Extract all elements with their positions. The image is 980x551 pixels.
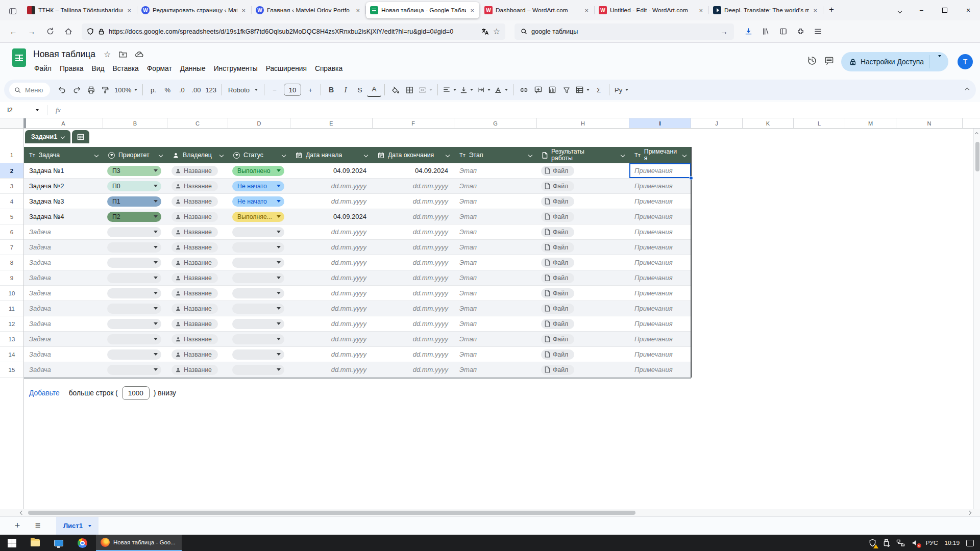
end-date-cell[interactable]: dd.mm.yyyy <box>373 286 454 300</box>
owner-cell[interactable]: Название <box>167 194 228 209</box>
owner-chip[interactable]: Название <box>172 166 218 176</box>
file-chip[interactable]: Файл <box>541 166 574 176</box>
task-cell[interactable]: Задача №1 <box>24 163 103 178</box>
tab-close-icon[interactable]: × <box>583 7 590 14</box>
file-explorer-button[interactable] <box>23 535 47 551</box>
table-column-header[interactable]: Результаты работы <box>537 147 629 163</box>
status-chip[interactable] <box>232 273 284 283</box>
insert-comment-button[interactable] <box>531 83 545 97</box>
column-header-J[interactable]: J <box>691 118 743 128</box>
column-header-D[interactable]: D <box>228 118 290 128</box>
row-number-10[interactable]: 10 <box>0 286 23 301</box>
browser-tab[interactable]: Новая таблица - Google Табли × <box>366 2 479 18</box>
notes-cell[interactable]: Примечания <box>629 362 691 377</box>
priority-cell[interactable] <box>103 270 167 285</box>
notes-cell[interactable]: Примечания <box>629 163 691 178</box>
start-date-cell[interactable]: dd.mm.yyyy <box>290 240 373 255</box>
notes-cell[interactable]: Примечания <box>629 194 691 209</box>
more-formats-button[interactable]: 123 <box>203 83 218 97</box>
owner-chip[interactable]: Название <box>172 242 218 253</box>
stage-cell[interactable]: Этап <box>454 179 537 193</box>
window-close-button[interactable]: × <box>957 6 980 14</box>
row-number-2[interactable]: 2 <box>0 163 23 179</box>
undo-button[interactable] <box>55 83 69 97</box>
browser-tab[interactable]: ТТНК – Tallinna Tööstusharidusk × <box>23 2 136 18</box>
file-chip[interactable]: Файл <box>541 288 574 298</box>
increase-decimal-button[interactable]: .00 <box>189 83 203 97</box>
owner-chip[interactable]: Название <box>172 365 218 375</box>
reload-button[interactable] <box>42 24 58 39</box>
row-number-11[interactable]: 11 <box>0 301 23 316</box>
text-rotation-button[interactable] <box>493 83 510 97</box>
notes-cell[interactable]: Примечания <box>629 255 691 270</box>
file-chip[interactable]: Файл <box>541 242 574 253</box>
borders-button[interactable] <box>402 83 416 97</box>
owner-chip[interactable]: Название <box>172 334 218 344</box>
browser-tab[interactable]: Редактировать страницу ‹ Mat × <box>137 2 251 18</box>
freeze-handle[interactable] <box>23 118 26 128</box>
notification-center-icon[interactable] <box>966 540 974 546</box>
notes-cell[interactable]: Примечания <box>629 209 691 224</box>
status-cell[interactable] <box>228 301 290 316</box>
owner-cell[interactable]: Название <box>167 301 228 316</box>
stage-cell[interactable]: Этап <box>454 240 537 255</box>
google-sheets-logo[interactable] <box>12 48 26 67</box>
notes-cell[interactable]: Примечания <box>629 332 691 346</box>
owner-cell[interactable]: Название <box>167 224 228 239</box>
start-date-cell[interactable]: dd.mm.yyyy <box>290 224 373 239</box>
row-number-13[interactable]: 13 <box>0 332 23 347</box>
name-box[interactable]: I2 <box>0 106 44 114</box>
task-cell[interactable]: Задача <box>24 286 103 300</box>
translate-icon[interactable] <box>481 28 489 35</box>
task-cell[interactable]: Задача <box>24 332 103 346</box>
table-column-header[interactable]: Дата окончания <box>373 147 454 163</box>
this-pc-button[interactable] <box>47 535 70 551</box>
task-cell[interactable]: Задача №3 <box>24 194 103 209</box>
tab-close-icon[interactable]: × <box>240 7 247 14</box>
priority-chip[interactable]: П2 <box>107 212 161 222</box>
task-cell[interactable]: Задача №4 <box>24 209 103 224</box>
stage-cell[interactable]: Этап <box>454 255 537 270</box>
start-date-cell[interactable]: dd.mm.yyyy <box>290 362 373 377</box>
status-cell[interactable] <box>228 224 290 239</box>
status-chip[interactable]: Не начато <box>232 181 284 191</box>
end-date-cell[interactable]: dd.mm.yyyy <box>373 255 454 270</box>
end-date-cell[interactable]: dd.mm.yyyy <box>373 240 454 255</box>
results-cell[interactable]: Файл <box>537 194 629 209</box>
menu-Файл[interactable]: Файл <box>30 63 56 74</box>
status-chip[interactable]: Не начато <box>232 196 284 207</box>
start-date-cell[interactable]: 04.09.2024 <box>290 209 373 224</box>
column-header-B[interactable]: B <box>103 118 167 128</box>
owner-cell[interactable]: Название <box>167 332 228 346</box>
fill-color-button[interactable] <box>388 83 402 97</box>
network-icon[interactable] <box>896 539 905 546</box>
results-cell[interactable]: Файл <box>537 255 629 270</box>
status-chip[interactable] <box>232 365 284 375</box>
bold-button[interactable]: B <box>324 83 338 97</box>
priority-chip[interactable]: П3 <box>107 166 161 176</box>
paint-format-button[interactable] <box>98 83 112 97</box>
document-title[interactable]: Новая таблица <box>33 49 95 60</box>
priority-chip[interactable]: П1 <box>107 196 161 207</box>
insert-chart-button[interactable] <box>545 83 559 97</box>
row-number-1[interactable]: 1 <box>0 147 23 163</box>
stage-cell[interactable]: Этап <box>454 224 537 239</box>
status-cell[interactable] <box>228 332 290 346</box>
owner-cell[interactable]: Название <box>167 209 228 224</box>
format-percent-button[interactable]: % <box>160 83 175 97</box>
tab-close-icon[interactable]: × <box>126 7 132 14</box>
tab-close-icon[interactable]: × <box>355 7 361 14</box>
menu-Данные[interactable]: Данные <box>176 63 210 74</box>
column-header-H[interactable]: H <box>537 118 629 128</box>
menu-Правка[interactable]: Правка <box>56 63 88 74</box>
table-column-header[interactable]: Тт Этап <box>454 147 537 163</box>
italic-button[interactable]: I <box>338 83 353 97</box>
status-chip[interactable]: Выполнено <box>232 166 284 176</box>
menu-Расширения[interactable]: Расширения <box>262 63 311 74</box>
text-wrap-button[interactable] <box>475 83 493 97</box>
vertical-align-button[interactable] <box>458 83 475 97</box>
start-date-cell[interactable]: dd.mm.yyyy <box>290 347 373 362</box>
vertical-scrollbar-thumb[interactable] <box>975 142 979 171</box>
priority-chip[interactable] <box>107 288 161 298</box>
security-shield-icon[interactable] <box>869 539 876 547</box>
